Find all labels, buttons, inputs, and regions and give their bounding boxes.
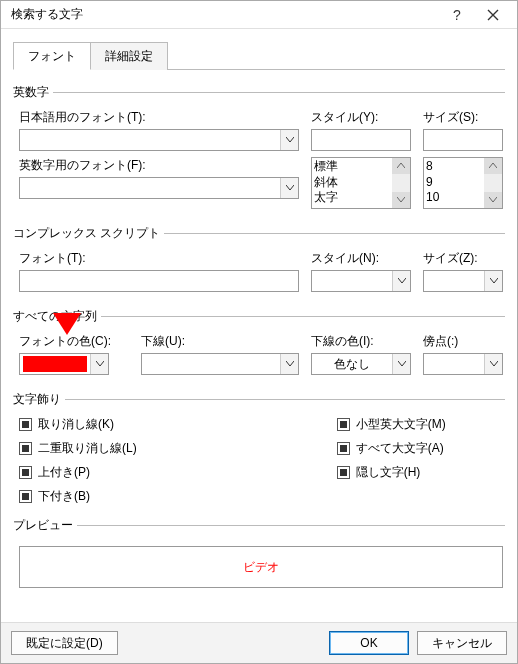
set-default-button[interactable]: 既定に設定(D): [11, 631, 118, 655]
group-decoration: 文字飾り 取り消し線(K) 二重取り消し線(L) 上付き(P) 下付き(B) 小…: [13, 391, 505, 507]
size-z-value: [424, 271, 484, 291]
cancel-button[interactable]: キャンセル: [417, 631, 507, 655]
chevron-down-icon: [90, 354, 108, 374]
check-allcaps[interactable]: すべて大文字(A): [337, 440, 446, 457]
style-y-label: スタイル(Y):: [311, 109, 411, 126]
preview-text: ビデオ: [243, 559, 279, 576]
size-z-combo[interactable]: [423, 270, 503, 292]
red-arrow-annotation: [53, 313, 81, 335]
dialog-title: 検索する文字: [11, 6, 439, 23]
group-alnum-label: 英数字: [13, 84, 53, 101]
group-decoration-label: 文字飾り: [13, 391, 65, 408]
preview-box: ビデオ: [19, 546, 503, 588]
font-color-label: フォントの色(C):: [19, 333, 129, 350]
en-font-value: [20, 178, 280, 198]
style-n-label: スタイル(N):: [311, 250, 411, 267]
group-complex: コンプレックス スクリプト フォント(T): スタイル(N):: [13, 225, 505, 298]
size-s-input[interactable]: [423, 129, 503, 151]
ja-font-combo[interactable]: [19, 129, 299, 151]
complex-font-label: フォント(T):: [19, 250, 299, 267]
underline-combo[interactable]: [141, 353, 299, 375]
emphasis-value: [424, 354, 484, 374]
find-font-dialog: 検索する文字 ? フォント 詳細設定 英数字 日本語用のフォント(T):: [0, 0, 518, 664]
check-smallcaps[interactable]: 小型英大文字(M): [337, 416, 446, 433]
underline-color-label: 下線の色(I):: [311, 333, 411, 350]
dialog-content: フォント 詳細設定 英数字 日本語用のフォント(T): スタイル(Y):: [1, 29, 517, 622]
scrollbar[interactable]: [392, 158, 410, 208]
list-item[interactable]: 8: [426, 159, 482, 175]
check-hidden[interactable]: 隠し文字(H): [337, 464, 446, 481]
check-sub[interactable]: 下付き(B): [19, 488, 137, 505]
scrollbar[interactable]: [484, 158, 502, 208]
close-icon: [487, 9, 499, 21]
en-font-combo[interactable]: [19, 177, 299, 199]
underline-color-combo[interactable]: 色なし: [311, 353, 411, 375]
check-strike[interactable]: 取り消し線(K): [19, 416, 137, 433]
scroll-down-icon[interactable]: [484, 192, 502, 208]
tab-advanced[interactable]: 詳細設定: [90, 42, 168, 70]
underline-label: 下線(U):: [141, 333, 299, 350]
size-z-label: サイズ(Z):: [423, 250, 503, 267]
style-y-list[interactable]: 標準 斜体 太字: [311, 157, 411, 209]
check-super[interactable]: 上付き(P): [19, 464, 137, 481]
size-s-list[interactable]: 8 9 10: [423, 157, 503, 209]
chevron-down-icon: [280, 354, 298, 374]
dialog-footer: 既定に設定(D) OK キャンセル: [1, 622, 517, 663]
list-item[interactable]: 太字: [314, 190, 390, 206]
ja-font-value: [20, 130, 280, 150]
titlebar: 検索する文字 ?: [1, 1, 517, 29]
underline-value: [142, 354, 280, 374]
group-alltext: すべての文字列 フォントの色(C): 下線(U):: [13, 308, 505, 381]
size-s-label: サイズ(S):: [423, 109, 503, 126]
close-button[interactable]: [475, 4, 511, 26]
group-preview-label: プレビュー: [13, 517, 77, 534]
font-panel: 英数字 日本語用のフォント(T): スタイル(Y): サイズ: [13, 70, 505, 594]
style-n-value: [312, 271, 392, 291]
group-alnum: 英数字 日本語用のフォント(T): スタイル(Y): サイズ: [13, 84, 505, 215]
en-font-label: 英数字用のフォント(F):: [19, 157, 299, 174]
chevron-down-icon: [280, 178, 298, 198]
help-button[interactable]: ?: [439, 4, 475, 26]
chevron-down-icon: [484, 271, 502, 291]
font-color-combo[interactable]: [19, 353, 109, 375]
check-dstrike[interactable]: 二重取り消し線(L): [19, 440, 137, 457]
list-item[interactable]: 10: [426, 190, 482, 206]
group-preview: プレビュー ビデオ: [13, 517, 505, 594]
scroll-down-icon[interactable]: [392, 192, 410, 208]
chevron-down-icon: [392, 354, 410, 374]
emphasis-label: 傍点(:): [423, 333, 503, 350]
scroll-up-icon[interactable]: [484, 158, 502, 174]
list-item[interactable]: 斜体: [314, 175, 390, 191]
tab-strip: フォント 詳細設定: [13, 41, 505, 70]
underline-color-value: 色なし: [312, 354, 392, 374]
emphasis-combo[interactable]: [423, 353, 503, 375]
chevron-down-icon: [392, 271, 410, 291]
style-y-input[interactable]: [311, 129, 411, 151]
ja-font-label: 日本語用のフォント(T):: [19, 109, 299, 126]
scroll-up-icon[interactable]: [392, 158, 410, 174]
list-item[interactable]: 標準: [314, 159, 390, 175]
style-n-combo[interactable]: [311, 270, 411, 292]
list-item[interactable]: 9: [426, 175, 482, 191]
ok-button[interactable]: OK: [329, 631, 409, 655]
chevron-down-icon: [484, 354, 502, 374]
group-complex-label: コンプレックス スクリプト: [13, 225, 164, 242]
color-swatch-red: [23, 356, 87, 372]
complex-font-input[interactable]: [19, 270, 299, 292]
tab-font[interactable]: フォント: [13, 42, 91, 70]
chevron-down-icon: [280, 130, 298, 150]
